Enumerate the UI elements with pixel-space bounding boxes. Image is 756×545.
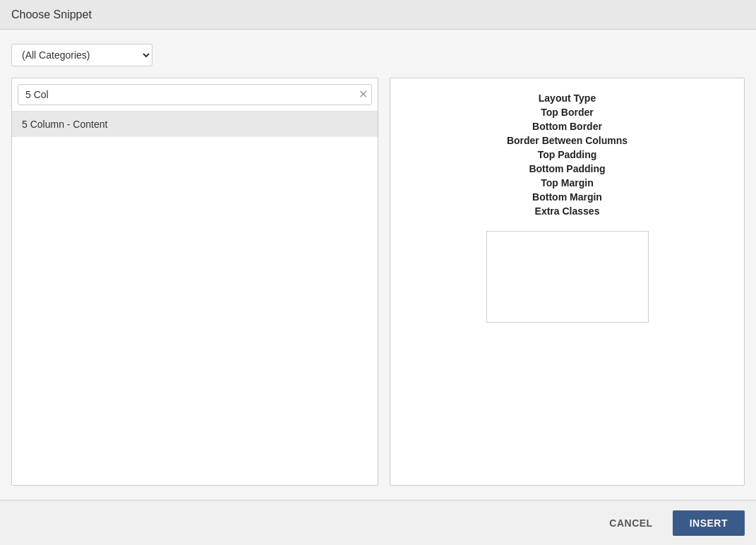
insert-button[interactable]: INSERT: [673, 510, 745, 536]
property-bottom-margin: Bottom Margin: [532, 191, 602, 203]
dialog-footer: CANCEL INSERT: [0, 500, 756, 545]
search-input[interactable]: [18, 84, 372, 105]
snippet-item[interactable]: 5 Column - Content: [12, 112, 378, 137]
dialog-title: Choose Snippet: [11, 8, 92, 21]
right-panel: Layout Type Top Border Bottom Border Bor…: [390, 78, 745, 486]
property-layout-type: Layout Type: [539, 92, 596, 104]
dialog-header: Choose Snippet: [0, 0, 756, 30]
property-list: Layout Type Top Border Bottom Border Bor…: [404, 92, 730, 217]
property-border-between-columns: Border Between Columns: [507, 135, 628, 146]
property-bottom-padding: Bottom Padding: [529, 163, 605, 174]
panels-row: ✕ 5 Column - Content Layout Type Top Bor…: [11, 78, 745, 486]
category-filter-wrapper: (All Categories) Layout Content Media: [11, 44, 152, 66]
preview-image: [486, 231, 649, 323]
snippet-list: 5 Column - Content: [12, 112, 378, 485]
clear-icon[interactable]: ✕: [359, 89, 368, 100]
main-content: (All Categories) Layout Content Media ✕ …: [0, 30, 756, 500]
cancel-button[interactable]: CANCEL: [595, 512, 666, 534]
property-extra-classes: Extra Classes: [535, 205, 600, 217]
property-top-border: Top Border: [541, 107, 593, 118]
left-panel: ✕ 5 Column - Content: [11, 78, 378, 486]
property-bottom-border: Bottom Border: [532, 121, 602, 132]
property-top-margin: Top Margin: [541, 177, 593, 188]
right-panel-inner: Layout Type Top Border Bottom Border Bor…: [390, 78, 744, 337]
search-box-wrapper: ✕: [12, 78, 378, 112]
category-select[interactable]: (All Categories) Layout Content Media: [11, 44, 152, 66]
property-top-padding: Top Padding: [538, 149, 597, 160]
